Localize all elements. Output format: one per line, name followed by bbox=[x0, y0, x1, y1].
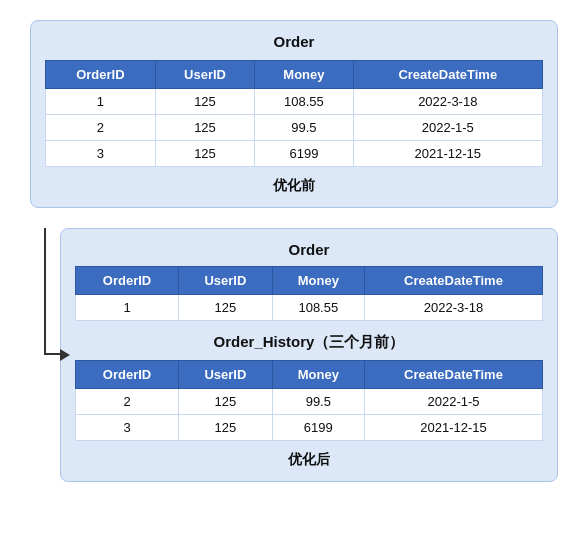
table-cell: 2021-12-15 bbox=[365, 415, 543, 441]
table-row: 312561992021-12-15 bbox=[76, 415, 543, 441]
top-col-createdatetime: CreateDateTime bbox=[353, 61, 542, 89]
table-row: 212599.52022-1-5 bbox=[46, 115, 543, 141]
table-cell: 6199 bbox=[272, 415, 364, 441]
table-cell: 2022-1-5 bbox=[365, 389, 543, 415]
order-col-createdatetime: CreateDateTime bbox=[365, 267, 543, 295]
vert-line bbox=[44, 228, 46, 355]
table-cell: 125 bbox=[155, 115, 255, 141]
table-cell: 3 bbox=[76, 415, 179, 441]
table-cell: 6199 bbox=[255, 141, 353, 167]
table-cell: 2 bbox=[76, 389, 179, 415]
table-row: 1125108.552022-3-18 bbox=[46, 89, 543, 115]
order-col-money: Money bbox=[272, 267, 364, 295]
top-panel: Order OrderID UserID Money CreateDateTim… bbox=[30, 20, 558, 208]
table-cell: 125 bbox=[155, 141, 255, 167]
table-cell: 99.5 bbox=[255, 115, 353, 141]
table-cell: 125 bbox=[155, 89, 255, 115]
history-col-userid: UserID bbox=[179, 361, 273, 389]
table-cell: 2022-1-5 bbox=[353, 115, 542, 141]
top-table-header-row: OrderID UserID Money CreateDateTime bbox=[46, 61, 543, 89]
table-row: 1125108.552022-3-18 bbox=[76, 295, 543, 321]
top-col-orderid: OrderID bbox=[46, 61, 156, 89]
table-cell: 125 bbox=[179, 295, 273, 321]
history-header-row: OrderID UserID Money CreateDateTime bbox=[76, 361, 543, 389]
table-cell: 2021-12-15 bbox=[353, 141, 542, 167]
arrow-head bbox=[60, 349, 70, 361]
order-subtable-wrapper: Order OrderID UserID Money CreateDateTim… bbox=[75, 241, 543, 321]
top-section: Order OrderID UserID Money CreateDateTim… bbox=[30, 20, 558, 208]
table-cell: 3 bbox=[46, 141, 156, 167]
history-col-money: Money bbox=[272, 361, 364, 389]
order-header-row: OrderID UserID Money CreateDateTime bbox=[76, 267, 543, 295]
table-cell: 2022-3-18 bbox=[365, 295, 543, 321]
top-table: OrderID UserID Money CreateDateTime 1125… bbox=[45, 60, 543, 167]
table-cell: 99.5 bbox=[272, 389, 364, 415]
table-row: 312561992021-12-15 bbox=[46, 141, 543, 167]
top-panel-caption: 优化前 bbox=[45, 177, 543, 195]
table-cell: 2022-3-18 bbox=[353, 89, 542, 115]
sub-tables: Order OrderID UserID Money CreateDateTim… bbox=[75, 241, 543, 441]
table-cell: 125 bbox=[179, 389, 273, 415]
table-cell: 125 bbox=[179, 415, 273, 441]
table-cell: 108.55 bbox=[272, 295, 364, 321]
order-subtable-title: Order bbox=[75, 241, 543, 258]
history-col-createdatetime: CreateDateTime bbox=[365, 361, 543, 389]
order-col-userid: UserID bbox=[179, 267, 273, 295]
top-col-money: Money bbox=[255, 61, 353, 89]
history-col-orderid: OrderID bbox=[76, 361, 179, 389]
history-subtable-title: Order_History（三个月前） bbox=[75, 333, 543, 352]
bottom-panel: Order OrderID UserID Money CreateDateTim… bbox=[60, 228, 558, 482]
table-cell: 1 bbox=[76, 295, 179, 321]
bottom-section: Order OrderID UserID Money CreateDateTim… bbox=[30, 228, 558, 482]
bottom-panel-caption: 优化后 bbox=[75, 451, 543, 469]
table-row: 212599.52022-1-5 bbox=[76, 389, 543, 415]
order-col-orderid: OrderID bbox=[76, 267, 179, 295]
history-subtable-wrapper: Order_History（三个月前） OrderID UserID Money… bbox=[75, 333, 543, 441]
table-cell: 2 bbox=[46, 115, 156, 141]
top-panel-title: Order bbox=[45, 33, 543, 50]
top-col-userid: UserID bbox=[155, 61, 255, 89]
table-cell: 1 bbox=[46, 89, 156, 115]
arrow-area bbox=[30, 228, 60, 482]
history-subtable: OrderID UserID Money CreateDateTime 2125… bbox=[75, 360, 543, 441]
order-subtable: OrderID UserID Money CreateDateTime 1125… bbox=[75, 266, 543, 321]
table-cell: 108.55 bbox=[255, 89, 353, 115]
